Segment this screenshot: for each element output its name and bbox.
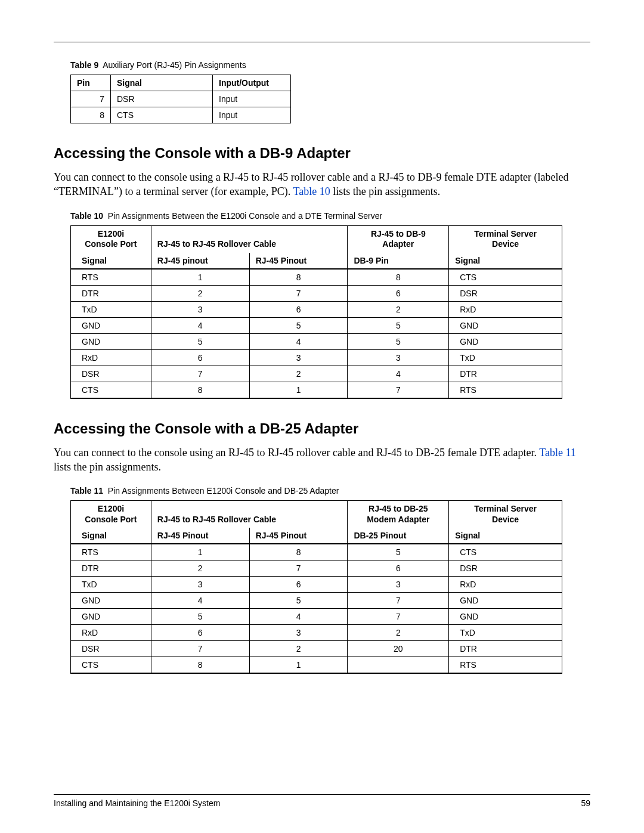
cell: 8: [151, 657, 249, 674]
table-row: RxD632TxD: [71, 625, 562, 641]
cell: 3: [249, 349, 348, 366]
cell: TxD: [449, 625, 562, 641]
cell: RTS: [449, 657, 562, 674]
cell: 5: [151, 609, 249, 625]
cell: 5: [249, 593, 348, 609]
cell-io: Input: [213, 107, 291, 123]
cell: 4: [249, 333, 348, 349]
cell: DTR: [449, 366, 562, 382]
p-db9-after: lists the pin assignments.: [330, 185, 441, 197]
table10-title: Pin Assignments Between the E1200i Conso…: [108, 211, 382, 221]
cell: 4: [348, 366, 449, 382]
table-row: RxD633TxD: [71, 349, 562, 366]
table-row: GND455GND: [71, 317, 562, 333]
cell-signal: CTS: [111, 107, 213, 123]
cell: 3: [348, 349, 449, 366]
cell: GND: [449, 317, 562, 333]
table-row: CTS81RTS: [71, 657, 562, 674]
paragraph-db25: You can connect to the console using an …: [54, 445, 590, 475]
cell: DSR: [449, 561, 562, 577]
cell: 1: [249, 382, 348, 398]
table10-caption: Table 10 Pin Assignments Between the E12…: [70, 211, 590, 221]
t10-h3: DB-9 Pin: [348, 253, 449, 269]
table9-h-io: Input/Output: [213, 75, 291, 91]
cell: RxD: [71, 625, 151, 641]
cell: 3: [249, 625, 348, 641]
cell: GND: [449, 609, 562, 625]
cell: 2: [348, 625, 449, 641]
cell: 5: [348, 333, 449, 349]
xref-table11[interactable]: Table 11: [539, 447, 576, 459]
table9-caption: Table 9 Auxiliary Port (RJ-45) Pin Assig…: [70, 60, 590, 70]
cell: 5: [348, 317, 449, 333]
cell: DSR: [71, 366, 151, 382]
xref-table10[interactable]: Table 10: [293, 185, 330, 197]
cell: DTR: [71, 285, 151, 301]
cell: RTS: [449, 382, 562, 398]
table-row: 7DSRInput: [71, 91, 291, 107]
cell: 8: [151, 382, 249, 398]
cell: 2: [151, 561, 249, 577]
cell: 5: [348, 544, 449, 561]
cell: RxD: [449, 301, 562, 317]
t11-h1: RJ-45 Pinout: [151, 528, 249, 544]
footer: Installing and Maintaining the E1200i Sy…: [54, 794, 590, 808]
cell: 8: [249, 544, 348, 561]
cell: CTS: [449, 269, 562, 286]
cell: 7: [151, 366, 249, 382]
footer-page: 59: [581, 798, 590, 808]
t10-h0: Signal: [71, 253, 151, 269]
cell: 7: [348, 609, 449, 625]
cell: 2: [249, 366, 348, 382]
table-row: TxD363RxD: [71, 577, 562, 593]
cell: 6: [348, 285, 449, 301]
table-row: GND457GND: [71, 593, 562, 609]
cell: 7: [151, 641, 249, 657]
cell: DTR: [71, 561, 151, 577]
t11-h3: DB-25 Pinout: [348, 528, 449, 544]
t10-sh-console: E1200iConsole Port: [71, 225, 151, 253]
cell: 7: [249, 561, 348, 577]
cell: 3: [151, 301, 249, 317]
table-row: GND545GND: [71, 333, 562, 349]
cell: RTS: [71, 544, 151, 561]
cell: GND: [71, 609, 151, 625]
cell: TxD: [71, 301, 151, 317]
cell: RTS: [71, 269, 151, 286]
table-row: TxD362RxD: [71, 301, 562, 317]
cell: 6: [249, 577, 348, 593]
cell: 6: [348, 561, 449, 577]
table-row: RTS188CTS: [71, 269, 562, 286]
table9: Pin Signal Input/Output 7DSRInput8CTSInp…: [70, 75, 291, 123]
cell: 4: [151, 317, 249, 333]
cell-signal: DSR: [111, 91, 213, 107]
cell: GND: [449, 333, 562, 349]
t10-sh-rollover: RJ-45 to RJ-45 Rollover Cable: [151, 225, 348, 253]
cell: 20: [348, 641, 449, 657]
heading-db9: Accessing the Console with a DB-9 Adapte…: [54, 145, 590, 162]
table10: E1200iConsole Port RJ-45 to RJ-45 Rollov…: [70, 225, 562, 399]
p-db25-after: lists the pin assignments.: [54, 461, 161, 473]
cell: TxD: [449, 349, 562, 366]
cell: 7: [348, 593, 449, 609]
t10-h2: RJ-45 Pinout: [249, 253, 348, 269]
cell: [348, 657, 449, 674]
cell: 3: [151, 577, 249, 593]
cell: 6: [249, 301, 348, 317]
table9-h-pin: Pin: [71, 75, 111, 91]
cell: GND: [71, 333, 151, 349]
t11-h2: RJ-45 Pinout: [249, 528, 348, 544]
t10-sh-terminal: Terminal ServerDevice: [449, 225, 562, 253]
footer-rule: [54, 794, 590, 795]
top-rule: [54, 42, 590, 42]
page: Table 9 Auxiliary Port (RJ-45) Pin Assig…: [0, 0, 644, 833]
table10-number: Table 10: [70, 211, 103, 221]
cell: 5: [249, 317, 348, 333]
cell: 1: [151, 269, 249, 286]
t11-h0: Signal: [71, 528, 151, 544]
table-row: RTS185CTS: [71, 544, 562, 561]
t10-h1: RJ-45 pinout: [151, 253, 249, 269]
cell: RxD: [71, 349, 151, 366]
cell: GND: [71, 317, 151, 333]
footer-title: Installing and Maintaining the E1200i Sy…: [54, 798, 220, 808]
